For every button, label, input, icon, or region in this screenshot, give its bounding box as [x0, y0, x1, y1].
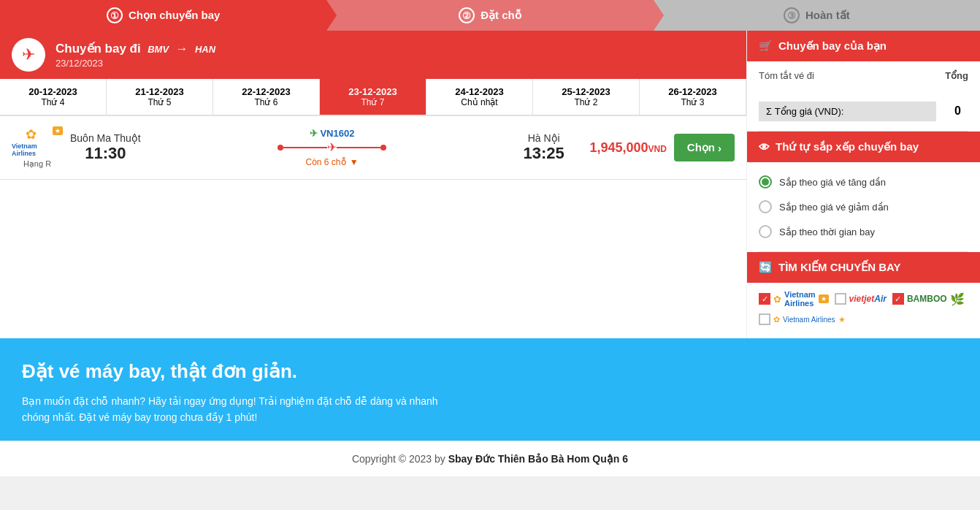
radio-inner-0	[762, 178, 769, 186]
checkmark-bb: ✓	[895, 294, 901, 304]
step-1[interactable]: ① Chọn chuyến bay	[0, 0, 326, 31]
date-tab-3[interactable]: 23-12-2023 Thứ 7	[320, 79, 426, 115]
date-tab-6[interactable]: 26-12-2023 Thứ 3	[640, 79, 746, 115]
to-city-name: Hà Nội	[524, 132, 564, 144]
dot-left	[277, 145, 283, 151]
date-tab-1-day: Thứ 5	[110, 97, 210, 107]
va2-lotus-icon: ✿	[773, 315, 780, 324]
sort-option-2[interactable]: Sắp theo thời gian bay	[759, 219, 968, 244]
date-tab-0[interactable]: 20-12-2023 Thứ 4	[0, 79, 107, 115]
cart-title: Chuyến bay của bạn	[778, 39, 887, 53]
step-2-label: Đặt chỗ	[481, 9, 521, 22]
flight-title: Chuyến bay đi BMV → HAN	[55, 41, 215, 56]
checkbox-va[interactable]: ✓	[759, 293, 770, 305]
va2-filter-label: Vietnam Airlines	[783, 316, 835, 324]
step-3-num: ③	[784, 7, 800, 23]
step-1-num: ①	[107, 7, 123, 23]
va-lotus-filter-icon: ✿	[773, 294, 781, 305]
date-tab-1-date: 21-12-2023	[110, 86, 210, 97]
date-tab-3-date: 23-12-2023	[323, 86, 423, 97]
checkbox-va2[interactable]	[759, 313, 770, 325]
va-filter-label: VietnamAirlines	[784, 290, 816, 308]
date-tab-4-day: Chủ nhật	[429, 97, 529, 107]
flight-route: Buôn Ma Thuột 11:30 ✈ VN1602 ✈	[70, 128, 564, 167]
copyright-text: Copyright © 2023 by	[352, 453, 448, 465]
plane-icon-circle: ✈	[12, 38, 45, 72]
step-2[interactable]: ② Đặt chỗ	[326, 0, 653, 31]
sort-option-1[interactable]: Sắp theo giá vé giảm dần	[759, 194, 968, 219]
to-city: Hà Nội 13:25	[524, 132, 564, 163]
date-tab-0-date: 20-12-2023	[3, 86, 103, 97]
choose-button[interactable]: Chọn ›	[674, 134, 735, 161]
line-mid-2	[337, 147, 380, 148]
date-tab-4-date: 24-12-2023	[429, 86, 529, 97]
date-tab-3-day: Thứ 7	[323, 97, 423, 107]
date-tab-2[interactable]: 22-12-2023 Thứ 6	[213, 79, 320, 115]
promo-footer: Đặt vé máy bay, thật đơn giản. Bạn muốn …	[0, 338, 980, 441]
sort-section: Sắp theo giá vé tăng dần Sắp theo giá vé…	[747, 162, 980, 251]
date-tab-5[interactable]: 25-12-2023 Thứ 2	[533, 79, 640, 115]
airline-class: Hạng R	[23, 159, 51, 169]
search-title: TÌM KIẾM CHUYẾN BAY	[778, 261, 900, 274]
date-tab-5-day: Thứ 2	[536, 97, 636, 107]
step-3: ③ Hoàn tất	[654, 0, 980, 31]
search-header: 🔄 TÌM KIẾM CHUYẾN BAY	[747, 252, 980, 283]
checkmark-va: ✓	[762, 294, 768, 304]
plane-arrow-icon: ✈	[327, 140, 337, 154]
sort-icon: 👁	[759, 141, 770, 153]
bb-leaf-icon: 🌿	[950, 292, 965, 306]
radio-1[interactable]	[759, 200, 772, 213]
flight-header: ✈ Chuyến bay đi BMV → HAN 23/12/2023	[0, 31, 746, 79]
total-amount: 0	[939, 100, 968, 122]
sort-label-0: Sắp theo giá vé tăng dần	[779, 177, 886, 188]
promo-title: Đặt vé máy bay, thật đơn giản.	[22, 360, 958, 383]
va-name: Vietnam Airlines	[12, 142, 50, 157]
flight-arrow: ✈	[277, 140, 386, 154]
total-label: Σ Tổng giá (VND):	[759, 102, 936, 121]
flight-date: 23/12/2023	[55, 58, 215, 69]
summary-total-label: Tổng	[945, 70, 968, 81]
airline-filter-row-2: ✿ Vietnam Airlines ★	[759, 313, 968, 325]
radio-0[interactable]	[759, 175, 772, 189]
left-panel: ✈ Chuyến bay đi BMV → HAN 23/12/2023 20-…	[0, 31, 746, 338]
bb-filter-label: BAMBOO	[907, 294, 947, 304]
date-tabs: 20-12-2023 Thứ 4 21-12-2023 Thứ 5 22-12-…	[0, 79, 746, 116]
step-3-label: Hoàn tất	[805, 9, 850, 22]
step-1-label: Chọn chuyến bay	[129, 9, 221, 22]
airline-filter-row-1: ✓ ✿ VietnamAirlines ★ vietjetAir ✓ BAMBO…	[759, 290, 968, 308]
summary-row-header: Tóm tắt vé đi Tổng	[759, 70, 968, 81]
va-lotus-icon: ✿	[26, 126, 37, 142]
va2-star-icon: ★	[838, 315, 846, 324]
checkbox-bb[interactable]: ✓	[892, 293, 904, 305]
cart-header: 🛒 Chuyến bay của bạn	[747, 31, 980, 61]
date-tab-1[interactable]: 21-12-2023 Thứ 5	[107, 79, 213, 115]
airline-filter-va[interactable]: ✓ ✿ VietnamAirlines ★	[759, 290, 829, 308]
copyright-brand: Sbay Đức Thiên Bảo Bà Hom Quận 6	[448, 453, 628, 465]
radio-2[interactable]	[759, 225, 772, 238]
date-tab-4[interactable]: 24-12-2023 Chủ nhật	[426, 79, 533, 115]
checkbox-vj[interactable]	[835, 293, 846, 305]
line-mid	[283, 147, 327, 148]
right-panel: 🛒 Chuyến bay của bạn Tóm tắt vé đi Tổng …	[746, 31, 980, 338]
step-2-num: ②	[459, 7, 475, 23]
seats-dropdown-icon[interactable]: ▼	[350, 157, 359, 167]
airline-filter-vj[interactable]: vietjetAir	[835, 293, 887, 305]
total-row: Σ Tổng giá (VND): 0	[747, 96, 980, 131]
chevron-right-icon: ›	[718, 142, 721, 154]
summary-title: Tóm tắt vé đi	[759, 70, 814, 81]
from-city-name: Buôn Ma Thuột	[70, 132, 141, 144]
flight-title-text: Chuyến bay đi	[55, 42, 141, 56]
from-code: BMV	[148, 44, 169, 55]
airline-filter-bb[interactable]: ✓ BAMBOO 🌿	[892, 292, 965, 306]
flight-card: ✿ Vietnam Airlines ★ Hạng R Buôn Ma Thuộ…	[0, 116, 746, 180]
date-tab-0-day: Thứ 4	[3, 97, 103, 107]
from-time: 11:30	[70, 144, 141, 163]
sort-option-0[interactable]: Sắp theo giá vé tăng dần	[759, 170, 968, 194]
date-tab-2-date: 22-12-2023	[216, 86, 316, 97]
seats-left[interactable]: Còn 6 chỗ ▼	[305, 157, 358, 167]
plane-icon: ✈	[22, 45, 35, 64]
airline-filter-va2[interactable]: ✿ Vietnam Airlines ★	[759, 313, 846, 325]
vj-filter-label: vietjetAir	[849, 294, 887, 304]
flight-num: ✈ VN1602	[310, 128, 355, 139]
date-tab-5-date: 25-12-2023	[536, 86, 636, 97]
